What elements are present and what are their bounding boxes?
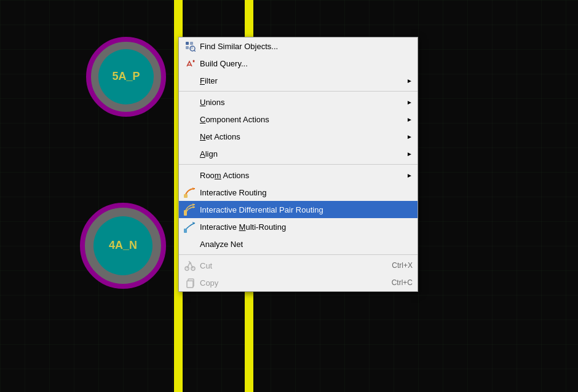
unions-arrow: ►	[406, 99, 413, 106]
room-actions-label: Room Actions	[200, 171, 402, 180]
build-query-icon	[183, 57, 197, 69]
pad-bottom-outer: 4 A_N	[80, 203, 166, 289]
pad-top-outer: 5 A_P	[86, 37, 166, 117]
svg-rect-3	[186, 46, 189, 49]
divider-2	[179, 164, 418, 165]
find-icon	[183, 40, 197, 52]
context-menu: Find Similar Objects... Build Query... F…	[178, 37, 418, 292]
pad-top-inner: 5 A_P	[98, 49, 154, 104]
menu-item-analyze-net[interactable]: Analyze Net	[179, 235, 418, 253]
divider-3	[179, 254, 418, 255]
interactive-routing-icon	[183, 186, 197, 198]
find-similar-label: Find Similar Objects...	[200, 42, 413, 51]
menu-item-component-actions[interactable]: Component Actions ►	[179, 111, 418, 128]
align-label: Align	[200, 149, 402, 159]
component-actions-arrow: ►	[406, 116, 413, 123]
interactive-diff-routing-label: Interactive Differential Pair Routing	[200, 205, 413, 214]
svg-rect-1	[186, 42, 189, 45]
unions-label: Unions	[200, 98, 402, 107]
menu-item-interactive-multi-routing[interactable]: Interactive Multi-Routing	[179, 218, 418, 235]
interactive-diff-routing-icon	[183, 203, 197, 216]
svg-marker-12	[192, 203, 195, 206]
unions-icon	[183, 96, 197, 108]
svg-rect-11	[184, 194, 188, 198]
interactive-multi-routing-icon	[183, 221, 197, 233]
filter-label: Filter	[200, 76, 402, 85]
svg-rect-22	[187, 281, 193, 288]
menu-item-find-similar[interactable]: Find Similar Objects...	[179, 37, 418, 55]
menu-item-filter[interactable]: Filter ►	[179, 72, 418, 89]
component-actions-label: Component Actions	[200, 115, 402, 124]
cut-shortcut: Ctrl+X	[392, 261, 413, 270]
net-actions-label: Net Actions	[200, 132, 402, 141]
align-arrow: ►	[406, 151, 413, 157]
analyze-net-label: Analyze Net	[200, 240, 413, 249]
filter-arrow: ►	[406, 77, 413, 84]
svg-rect-16	[184, 229, 187, 233]
cut-icon	[183, 259, 197, 272]
analyze-net-icon	[183, 238, 197, 250]
svg-marker-10	[192, 187, 195, 190]
copy-icon	[183, 276, 197, 289]
interactive-multi-routing-label: Interactive Multi-Routing	[200, 222, 413, 232]
svg-rect-14	[184, 210, 187, 216]
menu-item-build-query[interactable]: Build Query...	[179, 55, 418, 72]
menu-item-interactive-diff-routing[interactable]: Interactive Differential Pair Routing	[179, 201, 418, 218]
menu-item-unions[interactable]: Unions ►	[179, 93, 418, 111]
net-actions-icon	[183, 130, 197, 143]
room-actions-arrow: ►	[406, 172, 413, 179]
build-query-label: Build Query...	[200, 59, 413, 68]
net-actions-arrow: ►	[406, 133, 413, 140]
copy-label: Copy	[200, 278, 379, 288]
component-actions-icon	[183, 113, 197, 125]
pad-top: 5 A_P	[86, 37, 166, 117]
align-icon	[183, 147, 197, 160]
menu-item-room-actions[interactable]: Room Actions ►	[179, 167, 418, 184]
menu-item-net-actions[interactable]: Net Actions ►	[179, 128, 418, 145]
room-actions-icon	[183, 169, 197, 181]
divider-1	[179, 91, 418, 92]
pad-bottom: 4 A_N	[80, 203, 166, 289]
pad-bottom-inner: 4 A_N	[93, 216, 152, 275]
menu-item-copy[interactable]: Copy Ctrl+C	[179, 274, 418, 291]
menu-item-align[interactable]: Align ►	[179, 145, 418, 162]
menu-item-cut[interactable]: Cut Ctrl+X	[179, 257, 418, 274]
cut-label: Cut	[200, 261, 379, 270]
svg-rect-2	[190, 42, 193, 45]
menu-item-interactive-routing[interactable]: Interactive Routing	[179, 184, 418, 201]
svg-marker-13	[192, 206, 195, 208]
interactive-routing-label: Interactive Routing	[200, 188, 413, 197]
copy-shortcut: Ctrl+C	[392, 278, 413, 287]
filter-icon	[183, 74, 197, 87]
svg-line-6	[194, 50, 196, 52]
